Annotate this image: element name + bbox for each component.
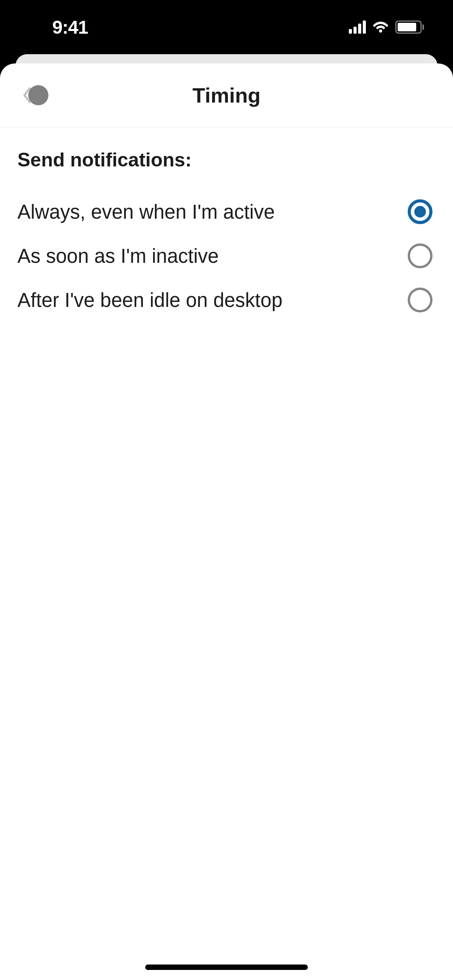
sheet-container: Timing Send notifications: Always, even … [0, 54, 453, 980]
page-title: Timing [0, 83, 453, 107]
option-label: After I've been idle on desktop [17, 289, 283, 312]
option-label: As soon as I'm inactive [17, 245, 219, 267]
back-dot-icon [28, 85, 48, 105]
status-time: 9:41 [52, 17, 88, 38]
settings-sheet: Timing Send notifications: Always, even … [0, 63, 453, 980]
section-label: Send notifications: [17, 149, 436, 171]
radio-selected-icon [408, 199, 432, 224]
radio-unselected-icon [408, 288, 432, 312]
radio-unselected-icon [408, 243, 432, 268]
option-idle-desktop[interactable]: After I've been idle on desktop [17, 278, 436, 322]
home-indicator[interactable] [145, 965, 308, 970]
battery-icon [395, 21, 424, 34]
option-inactive[interactable]: As soon as I'm inactive [17, 234, 436, 278]
svg-point-0 [379, 29, 382, 33]
status-bar: 9:41 [0, 0, 453, 54]
wifi-icon [372, 20, 389, 34]
content-area: Send notifications: Always, even when I'… [0, 127, 453, 343]
option-always-active[interactable]: Always, even when I'm active [17, 190, 436, 234]
navigation-header: Timing [0, 63, 453, 127]
cellular-signal-icon [349, 21, 366, 34]
status-icons [349, 20, 424, 34]
option-label: Always, even when I'm active [17, 200, 275, 223]
back-button[interactable] [21, 85, 48, 105]
